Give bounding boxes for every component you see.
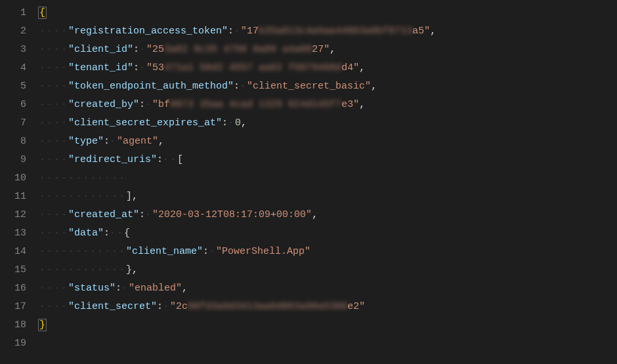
close-brace: } [126,264,132,275]
code-line[interactable]: } [39,316,617,334]
code-line[interactable]: ············}, [39,261,617,279]
indent-guide: ············ [39,172,126,184]
close-brace: } [38,319,47,331]
json-key: "created_at" [68,209,139,220]
line-number: 6 [0,96,26,114]
code-line[interactable]: ····"status":·"enabled", [39,279,617,298]
colon: : [116,283,121,294]
code-line[interactable]: ····"registration_access_token":·"17b35a… [39,22,617,41]
line-number: 13 [0,224,26,243]
json-string-value-redacted: "53471a1 58d2 4557 aa62 f6879468dd4" [146,62,359,73]
indent-guide: ···· [39,136,68,147]
code-line[interactable]: ····"client_secret_expires_at":·0, [39,114,617,132]
line-number: 17 [0,298,26,316]
code-line[interactable]: ····"redirect_uris":··[ [39,151,617,169]
code-line[interactable]: ············"client_name":·"PowerShell.A… [39,243,617,261]
line-number: 16 [0,279,26,298]
indent-guide: ···· [39,99,68,110]
code-line[interactable]: ····"client_id":·"253a82 8c35 4758 8a89 … [39,41,617,59]
json-key: "token_endpoint_auth_method" [68,81,234,92]
colon: : [139,209,145,220]
indent-guide: ············ [39,246,126,257]
comma: , [330,44,335,55]
json-string-value-redacted: "2c88fd3a9d3413aa6d863a98a5388e2" [170,301,365,312]
line-number: 15 [0,261,26,279]
line-number: 14 [0,243,26,261]
colon: : [157,301,163,312]
json-string-value-redacted: "bf8873 35aa 4cad 1329 024d145f7e3" [152,99,359,110]
indent-guide: ···· [39,228,68,239]
line-number: 19 [0,334,26,353]
json-key: "redirect_uris" [68,154,157,165]
colon: : [228,26,234,37]
code-line[interactable]: ····"data":··{ [39,224,617,243]
line-number: 2 [0,22,26,41]
code-line[interactable] [39,334,617,353]
json-string-value-redacted: "253a82 8c35 4758 8a89 a4a0827" [146,44,330,55]
json-key: "tenant_id" [68,62,133,73]
comma: , [371,81,377,92]
code-line[interactable]: { [39,4,617,22]
indent-guide: ···· [39,301,68,312]
code-line[interactable]: ····"tenant_id":·"53471a1 58d2 4557 aa62… [39,59,617,77]
comma: , [359,99,365,110]
line-number: 11 [0,188,26,206]
line-number: 3 [0,41,26,59]
code-line[interactable]: ············ [39,169,617,188]
colon: : [157,154,163,165]
code-line[interactable]: ····"token_endpoint_auth_method":·"clien… [39,77,617,96]
comma: , [430,26,436,37]
indent-guide: ···· [39,44,68,55]
colon: : [234,81,240,92]
code-line[interactable]: ····"created_at":·"2020-03-12T08:17:09+0… [39,206,617,224]
colon: : [104,228,110,239]
json-string-value: "enabled" [129,283,182,294]
colon: : [139,99,145,110]
comma: , [312,209,318,220]
line-number: 12 [0,206,26,224]
json-number-value: 0 [235,117,241,129]
colon: : [104,136,110,147]
code-line[interactable]: ····"type":·"agent", [39,132,617,151]
json-key: "status" [68,283,116,294]
line-number: 5 [0,77,26,96]
indent-guide: ···· [39,26,68,37]
indent-guide: ···· [39,81,68,92]
open-brace: { [38,7,47,19]
code-line[interactable]: ············], [39,188,617,206]
json-key: "client_secret_expires_at" [68,117,222,129]
json-key: "data" [68,228,104,239]
code-editor[interactable]: {····"registration_access_token":·"17b35… [39,0,617,364]
open-brace: { [124,228,130,239]
json-key: "type" [68,136,104,147]
json-string-value: "agent" [117,136,158,147]
colon: : [133,62,139,73]
indent-guide: ···· [39,209,68,220]
json-string-value: "2020-03-12T08:17:09+00:00" [152,209,312,220]
json-key: "client_secret" [68,301,157,312]
code-line[interactable]: ····"client_secret":·"2c88fd3a9d3413aa6d… [39,298,617,316]
line-number-gutter: 12345678910111213141516171819 [0,0,39,364]
json-string-value: "PowerShell.App" [216,246,310,257]
code-line[interactable]: ····"created_by":·"bf8873 35aa 4cad 1329… [39,96,617,114]
comma: , [182,283,188,294]
line-number: 1 [0,4,26,22]
json-string-value-redacted: "17b35a813c4a9aa44863a8bf8713a5" [241,26,430,37]
colon: : [133,44,139,55]
json-string-value: "client_secret_basic" [247,81,371,92]
json-key: "created_by" [68,99,139,110]
colon: : [203,246,209,257]
indent-guide: ···· [39,117,68,129]
json-key: "registration_access_token" [68,26,228,37]
colon: : [222,117,228,129]
open-bracket: [ [177,154,183,165]
indent-guide: ············ [39,191,126,202]
comma: , [241,117,247,129]
indent-guide: ············ [39,264,126,275]
line-number: 8 [0,132,26,151]
comma: , [158,136,164,147]
line-number: 9 [0,151,26,169]
comma: , [132,264,138,275]
indent-guide: ···· [39,283,68,294]
line-number: 4 [0,59,26,77]
